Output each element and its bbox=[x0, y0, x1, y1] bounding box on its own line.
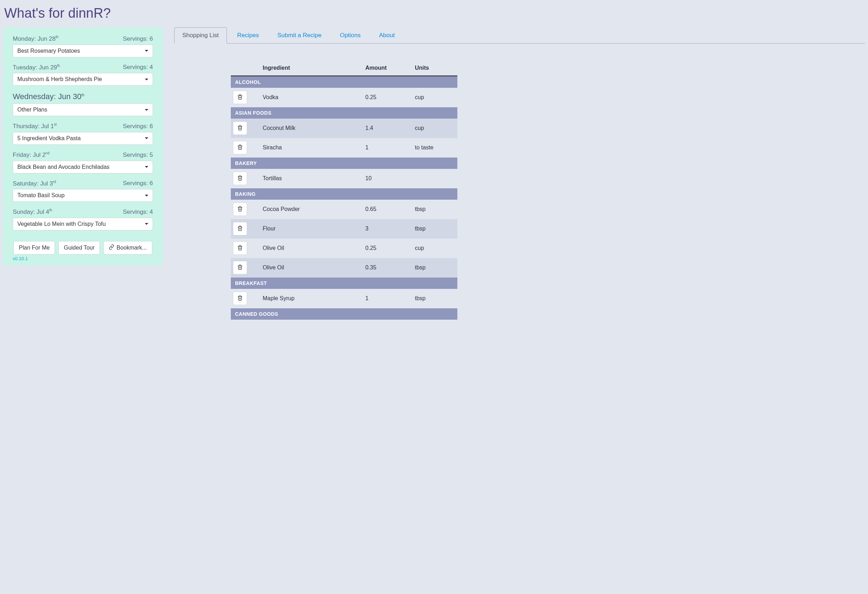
trash-icon bbox=[237, 226, 243, 232]
ingredient-amount: 1 bbox=[365, 295, 415, 301]
delete-ingredient-button[interactable] bbox=[233, 121, 247, 135]
delete-ingredient-button[interactable] bbox=[233, 172, 247, 185]
section-header: CANNED GOODS bbox=[231, 308, 458, 320]
section-header: BREAKFAST bbox=[231, 278, 458, 289]
recipe-select[interactable]: Tomato Basil Soup bbox=[13, 189, 153, 202]
tab-submit-a-recipe[interactable]: Submit a Recipe bbox=[269, 27, 329, 44]
section-header: ASIAN FOODS bbox=[231, 107, 458, 118]
delete-ingredient-button[interactable] bbox=[233, 91, 247, 104]
ingredient-amount: 0.25 bbox=[365, 245, 415, 251]
chevron-down-icon bbox=[145, 137, 148, 139]
ingredient-row: Coconut Milk1.4cup bbox=[231, 118, 458, 138]
recipe-select[interactable]: 5 Ingredient Vodka Pasta bbox=[13, 132, 153, 145]
day-block: Sunday: Jul 4thServings: 4Vegetable Lo M… bbox=[13, 208, 153, 231]
ingredient-amount: 0.25 bbox=[365, 94, 415, 100]
day-date-suffix: th bbox=[49, 208, 52, 212]
header-units: Units bbox=[415, 65, 458, 71]
chevron-down-icon bbox=[145, 195, 148, 197]
ingredient-name: Flour bbox=[263, 226, 365, 232]
trash-icon bbox=[237, 175, 243, 182]
tab-options[interactable]: Options bbox=[332, 27, 369, 44]
day-header: Monday: Jun 28thServings: 6 bbox=[13, 35, 153, 43]
day-date-suffix: th bbox=[56, 35, 58, 39]
trash-icon bbox=[237, 125, 243, 132]
ingredient-amount: 1.4 bbox=[365, 125, 415, 132]
tab-shopping-list[interactable]: Shopping List bbox=[174, 27, 227, 44]
tabs-bar: Shopping ListRecipesSubmit a RecipeOptio… bbox=[174, 27, 865, 44]
app-title: What's for dinnR? bbox=[4, 6, 865, 21]
delete-ingredient-button[interactable] bbox=[233, 202, 247, 216]
ingredient-name: Maple Syrup bbox=[263, 295, 365, 301]
day-block: Wednesday: Jun 30thOther Plans bbox=[13, 92, 153, 116]
delete-ingredient-button[interactable] bbox=[233, 261, 247, 274]
day-label: Friday: Jul 2nd bbox=[13, 151, 50, 159]
ingredient-name: Tortillas bbox=[263, 175, 365, 182]
day-block: Friday: Jul 2ndServings: 5Black Bean and… bbox=[13, 151, 153, 173]
trash-icon bbox=[237, 145, 243, 151]
servings-label: Servings: 5 bbox=[123, 152, 153, 159]
recipe-select-value: Tomato Basil Soup bbox=[17, 192, 64, 199]
day-date-text: Thursday: Jul 1 bbox=[13, 123, 54, 130]
ingredient-units: tbsp bbox=[415, 264, 458, 271]
servings-label: Servings: 6 bbox=[123, 35, 153, 43]
ingredient-row: Vodka0.25cup bbox=[231, 88, 458, 107]
ingredient-name: Coconut Milk bbox=[263, 125, 365, 132]
recipe-select[interactable]: Other Plans bbox=[13, 103, 153, 116]
day-block: Monday: Jun 28thServings: 6Best Rosemary… bbox=[13, 35, 153, 58]
section-header: BAKERY bbox=[231, 158, 458, 169]
delete-ingredient-button[interactable] bbox=[233, 141, 247, 154]
chevron-down-icon bbox=[145, 109, 148, 111]
ingredient-amount: 3 bbox=[365, 226, 415, 232]
day-date-text: Friday: Jul 2 bbox=[13, 152, 46, 158]
day-label: Thursday: Jul 1st bbox=[13, 123, 57, 130]
ingredient-amount: 0.35 bbox=[365, 264, 415, 271]
plan-for-me-button[interactable]: Plan For Me bbox=[13, 241, 55, 254]
delete-ingredient-button[interactable] bbox=[233, 241, 247, 255]
chevron-down-icon bbox=[145, 166, 148, 168]
delete-ingredient-button[interactable] bbox=[233, 292, 247, 305]
main-content: Shopping ListRecipesSubmit a RecipeOptio… bbox=[174, 27, 865, 320]
recipe-select[interactable]: Black Bean and Avocado Enchiladas bbox=[13, 161, 153, 173]
trash-icon bbox=[237, 264, 243, 271]
chevron-down-icon bbox=[145, 223, 148, 225]
day-header: Friday: Jul 2ndServings: 5 bbox=[13, 151, 153, 159]
ingredient-units: cup bbox=[415, 94, 458, 100]
recipe-select-value: Mushroom & Herb Shepherds Pie bbox=[17, 76, 102, 83]
bookmark-button[interactable]: Bookmark... bbox=[103, 241, 152, 254]
day-label: Saturday: Jul 3rd bbox=[13, 180, 56, 187]
day-date-text: Saturday: Jul 3 bbox=[13, 180, 53, 186]
delete-ingredient-button[interactable] bbox=[233, 222, 247, 235]
ingredient-units: to taste bbox=[415, 145, 458, 151]
day-date-text: Tuesday: Jun 29 bbox=[13, 64, 57, 71]
ingredient-units: tbsp bbox=[415, 206, 458, 213]
recipe-select-value: 5 Ingredient Vodka Pasta bbox=[17, 135, 81, 142]
ingredient-units: tbsp bbox=[415, 226, 458, 232]
servings-label: Servings: 4 bbox=[123, 208, 153, 216]
ingredient-units: cup bbox=[415, 245, 458, 251]
day-header: Tuesday: Jun 29thServings: 4 bbox=[13, 64, 153, 71]
day-date-text: Sunday: Jul 4 bbox=[13, 208, 49, 215]
recipe-select-value: Black Bean and Avocado Enchiladas bbox=[17, 164, 109, 170]
ingredient-name: Olive Oil bbox=[263, 245, 365, 251]
trash-icon bbox=[237, 295, 243, 302]
chevron-down-icon bbox=[145, 78, 148, 80]
guided-tour-button[interactable]: Guided Tour bbox=[58, 241, 100, 254]
ingredient-amount: 1 bbox=[365, 145, 415, 151]
ingredient-row: Siracha1to taste bbox=[231, 138, 458, 158]
tab-about[interactable]: About bbox=[371, 27, 403, 44]
ingredient-amount: 0.65 bbox=[365, 206, 415, 213]
ingredient-name: Vodka bbox=[263, 94, 365, 100]
meal-plan-sidebar: Monday: Jun 28thServings: 6Best Rosemary… bbox=[3, 27, 163, 266]
servings-label: Servings: 6 bbox=[123, 123, 153, 130]
recipe-select-value: Vegetable Lo Mein with Crispy Tofu bbox=[17, 221, 106, 227]
header-amount: Amount bbox=[365, 65, 415, 71]
day-header: Sunday: Jul 4thServings: 4 bbox=[13, 208, 153, 216]
recipe-select[interactable]: Mushroom & Herb Shepherds Pie bbox=[13, 73, 153, 86]
recipe-select[interactable]: Vegetable Lo Mein with Crispy Tofu bbox=[13, 218, 153, 231]
day-label: Monday: Jun 28th bbox=[13, 35, 58, 43]
day-header: Thursday: Jul 1stServings: 6 bbox=[13, 123, 153, 130]
tab-recipes[interactable]: Recipes bbox=[229, 27, 267, 44]
ingredient-row: Maple Syrup1tbsp bbox=[231, 289, 458, 308]
recipe-select[interactable]: Best Rosemary Potatoes bbox=[13, 44, 153, 58]
ingredient-row: Cocoa Powder0.65tbsp bbox=[231, 199, 458, 219]
